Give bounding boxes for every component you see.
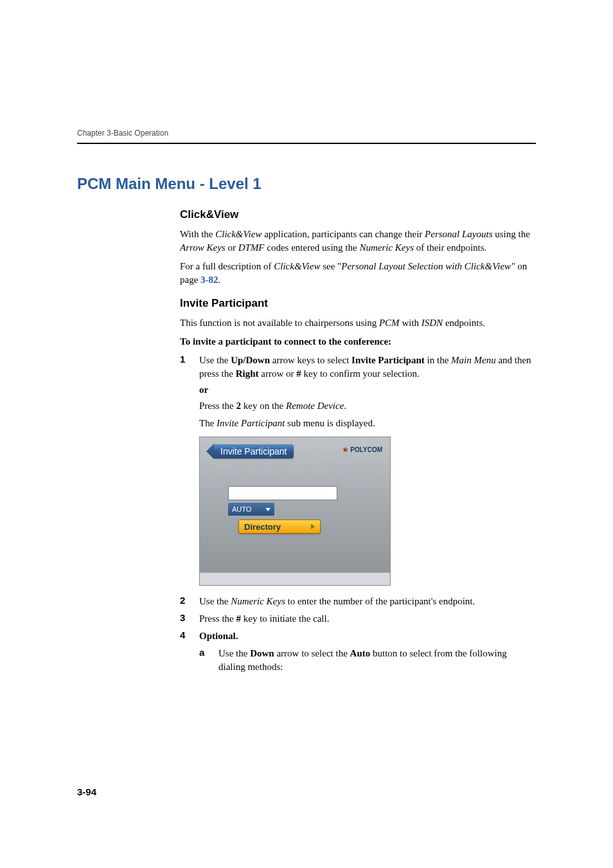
chevron-right-icon	[311, 524, 315, 529]
directory-button: Directory	[238, 520, 321, 534]
page-title: PCM Main Menu - Level 1	[77, 175, 536, 193]
chevron-down-icon	[265, 508, 271, 511]
breadcrumb-back-icon	[206, 444, 214, 459]
polycom-icon	[342, 447, 348, 453]
invite-intro: This function is not available to chairp…	[180, 316, 536, 330]
click-view-para-2: For a full description of Click&View see…	[180, 260, 536, 287]
step-3-number: 3	[180, 612, 199, 626]
step-4a: a Use the Down arrow to select the Auto …	[199, 647, 536, 674]
click-view-para-1: With the Click&View application, partici…	[180, 228, 536, 255]
step-1-number: 1	[180, 354, 199, 381]
step-1: 1 Use the Up/Down arrow keys to select I…	[180, 354, 536, 381]
step-1-result: The Invite Participant sub menu is displ…	[199, 417, 536, 430]
breadcrumb-tab: Invite Participant	[214, 444, 294, 458]
section-click-view-title: Click&View	[180, 208, 536, 221]
step-1-alt-press: Press the 2 key on the Remote Device.	[199, 399, 536, 413]
brand-logo: POLYCOM	[342, 446, 382, 453]
invite-lead: To invite a participant to connect to th…	[180, 335, 536, 348]
step-4a-letter: a	[199, 647, 218, 674]
section-invite-title: Invite Participant	[180, 297, 536, 310]
number-input	[228, 486, 337, 500]
page-link-3-82[interactable]: 3-82	[200, 275, 218, 285]
chapter-header: Chapter 3-Basic Operation	[77, 129, 536, 144]
step-3: 3 Press the # key to initiate the call.	[180, 612, 536, 626]
step-4-number: 4	[180, 629, 199, 643]
auto-dropdown: AUTO	[228, 503, 274, 516]
step-2-number: 2	[180, 595, 199, 608]
step-4: 4 Optional.	[180, 629, 536, 643]
invite-participant-screenshot: Invite Participant POLYCOM AUTO Director…	[199, 437, 391, 586]
page-number: 3-94	[77, 786, 96, 797]
step-1-or: or	[199, 384, 536, 395]
screenshot-footer	[200, 572, 390, 585]
step-2: 2 Use the Numeric Keys to enter the numb…	[180, 595, 536, 608]
